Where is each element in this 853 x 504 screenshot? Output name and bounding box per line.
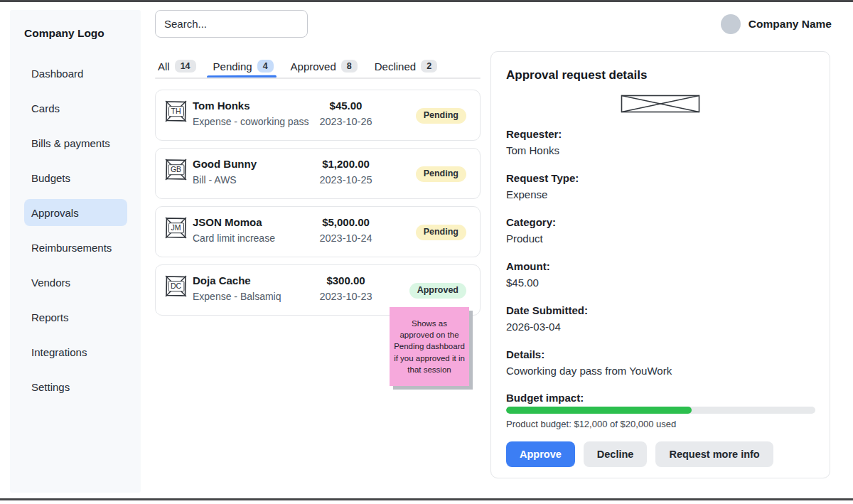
tab-all[interactable]: All 14: [158, 58, 196, 74]
request-amount: $1,200.00: [284, 158, 408, 170]
canvas-bottom-border: [0, 498, 853, 500]
requester-avatar: GB: [165, 159, 187, 181]
budget-progress-fill: [506, 407, 692, 414]
field-label: Amount:: [506, 260, 812, 272]
sticky-note-text: Shows as approved on the Pending dashboa…: [394, 318, 465, 375]
request-more-info-button[interactable]: Request more info: [655, 441, 773, 467]
approval-details-panel: Approval request details Requester: Tom …: [490, 51, 830, 478]
tab-declined[interactable]: Declined 2: [375, 58, 437, 74]
budget-progress-bar: [506, 407, 815, 414]
sidebar-item-reports[interactable]: Reports: [24, 304, 127, 331]
field-requester: Requester: Tom Honks: [506, 128, 812, 156]
sidebar-item-approvals[interactable]: Approvals: [24, 199, 127, 226]
field-value: $45.00: [506, 277, 812, 289]
sticky-note: Shows as approved on the Pending dashboa…: [390, 307, 469, 386]
request-amount: $45.00: [284, 100, 408, 112]
field-category: Category: Product: [506, 216, 812, 245]
field-value: 2026-03-04: [506, 321, 812, 333]
field-value: Expense: [506, 188, 812, 200]
requester-name: Tom Honks: [193, 100, 250, 112]
requester-avatar: TH: [165, 100, 187, 122]
requester-initials: TH: [168, 106, 184, 117]
field-label: Date Submitted:: [506, 304, 812, 316]
company-profile[interactable]: Company Name: [721, 13, 832, 36]
tab-pending[interactable]: Pending 4: [213, 58, 274, 74]
sidebar-item-bills-payments[interactable]: Bills & payments: [24, 129, 127, 156]
budget-impact-label: Budget impact:: [506, 392, 584, 404]
field-request-type: Request Type: Expense: [506, 172, 812, 200]
sidebar-item-budgets[interactable]: Budgets: [24, 164, 127, 191]
request-amount: $300.00: [284, 274, 408, 286]
sidebar-item-vendors[interactable]: Vendors: [24, 269, 127, 296]
sidebar-item-cards[interactable]: Cards: [24, 95, 127, 122]
sidebar-item-reimbursements[interactable]: Reimbursements: [24, 234, 127, 261]
request-subtitle: Expense - Balsamiq: [193, 291, 281, 302]
requester-initials: DC: [168, 281, 184, 292]
avatar: [721, 14, 741, 34]
sidebar-nav: Dashboard Cards Bills & payments Budgets…: [24, 60, 127, 408]
sidebar-item-settings[interactable]: Settings: [24, 373, 127, 400]
tab-pending-count-badge: 4: [257, 60, 274, 73]
field-label: Category:: [506, 216, 812, 228]
requester-name: Doja Cache: [193, 274, 251, 286]
request-date: 2023-10-25: [284, 174, 408, 186]
requester-avatar: DC: [165, 275, 187, 297]
budget-caption: Product budget: $12,000 of $20,000 used: [506, 419, 676, 429]
tab-approved-count-badge: 8: [341, 60, 358, 73]
field-label: Request Type:: [506, 172, 812, 184]
field-value: Product: [506, 232, 812, 245]
request-date: 2023-10-23: [284, 291, 408, 302]
canvas-top-border: [0, 0, 853, 2]
status-badge: Approved: [409, 283, 466, 299]
requester-avatar: JM: [165, 217, 187, 239]
company-name-label: Company Name: [749, 18, 832, 31]
company-logo: Company Logo: [24, 27, 104, 40]
field-details: Details: Coworking day pass from YouWork: [506, 348, 812, 377]
request-date: 2023-10-24: [284, 232, 408, 244]
image-placeholder-icon: [621, 95, 700, 113]
request-amount: $5,000.00: [284, 216, 408, 228]
tab-approved[interactable]: Approved 8: [291, 58, 358, 74]
action-buttons: Approve Decline Request more info: [506, 441, 773, 467]
sidebar-item-dashboard[interactable]: Dashboard: [24, 60, 127, 87]
approval-request-row[interactable]: TH Tom Honks Expense - coworking pass $4…: [155, 90, 481, 141]
search-input[interactable]: [155, 10, 308, 38]
requester-initials: JM: [168, 222, 184, 234]
status-badge: Pending: [416, 166, 466, 182]
request-date: 2023-10-26: [284, 116, 408, 127]
approve-button[interactable]: Approve: [506, 441, 575, 467]
approval-tabs: All 14 Pending 4 Approved 8 Declined 2: [158, 58, 437, 74]
field-value: Tom Honks: [506, 144, 812, 156]
status-badge: Pending: [416, 225, 466, 240]
tab-declined-count-badge: 2: [421, 60, 437, 73]
request-subtitle: Card limit increase: [193, 232, 275, 244]
request-subtitle: Bill - AWS: [193, 174, 237, 186]
decline-button[interactable]: Decline: [584, 441, 648, 467]
status-badge: Pending: [416, 108, 466, 124]
requester-initials: GB: [168, 164, 184, 176]
tabs-divider: [155, 77, 481, 79]
approval-request-row[interactable]: GB Good Bunny Bill - AWS $1,200.00 2023-…: [155, 148, 481, 199]
field-label: Requester:: [506, 128, 812, 140]
field-label: Details:: [506, 348, 812, 360]
field-amount: Amount: $45.00: [506, 260, 812, 289]
requester-name: JSON Momoa: [193, 216, 262, 228]
tab-all-count-badge: 14: [175, 60, 196, 73]
sidebar: Company Logo Dashboard Cards Bills & pay…: [10, 10, 141, 493]
sidebar-item-integrations[interactable]: Integrations: [24, 338, 127, 365]
requester-name: Good Bunny: [193, 158, 257, 170]
panel-title: Approval request details: [506, 68, 647, 82]
field-date-submitted: Date Submitted: 2026-03-04: [506, 304, 812, 333]
field-value: Coworking day pass from YouWork: [506, 365, 812, 377]
approval-request-row[interactable]: JM JSON Momoa Card limit increase $5,000…: [155, 206, 481, 257]
